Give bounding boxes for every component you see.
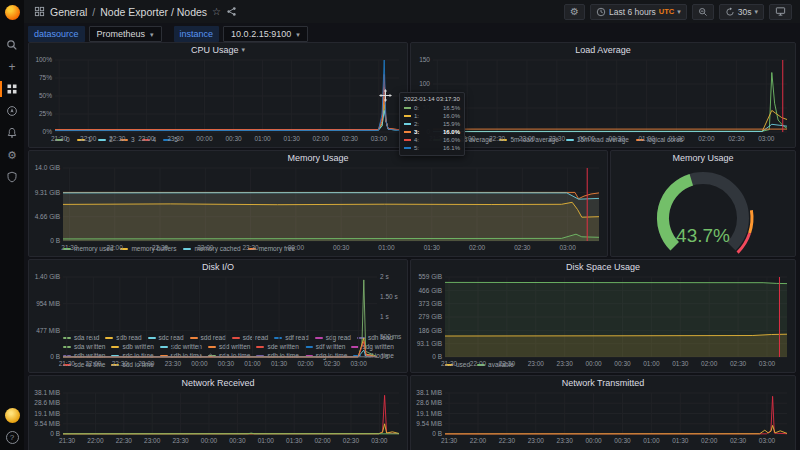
svg-text:00:00: 00:00 [288, 244, 305, 251]
time-range-label: Last 6 hours [609, 7, 656, 17]
panel-title-text: Load Average [575, 45, 630, 55]
svg-text:186 GiB: 186 GiB [419, 327, 443, 334]
svg-text:02:30: 02:30 [730, 437, 747, 444]
panel-title[interactable]: Disk Space Usage [411, 260, 795, 273]
svg-text:03:00: 03:00 [560, 244, 577, 251]
svg-text:1.50 s: 1.50 s [380, 293, 398, 300]
svg-text:23:30: 23:30 [557, 360, 574, 367]
svg-text:22:00: 22:00 [85, 360, 102, 367]
dashboards-icon[interactable] [0, 78, 24, 100]
panel-title[interactable]: Network Transmitted [411, 376, 795, 389]
panel-title[interactable]: CPU Usage ▾ [29, 43, 407, 56]
svg-text:01:30: 01:30 [668, 135, 685, 142]
panel-title[interactable]: Memory Usage [29, 151, 607, 164]
share-icon[interactable] [226, 6, 237, 17]
svg-text:466 GiB: 466 GiB [419, 287, 443, 294]
svg-text:01:00: 01:00 [643, 360, 660, 367]
disk-io-chart[interactable]: 1.40 GiB954 MiB477 MiB0 B2 s1.50 s1 s500… [29, 273, 407, 333]
svg-text:21:30: 21:30 [51, 135, 68, 142]
alerting-bell-icon[interactable] [0, 122, 24, 144]
panel-title-text: Network Transmitted [562, 378, 645, 388]
search-icon[interactable] [0, 34, 24, 56]
svg-text:02:30: 02:30 [324, 360, 341, 367]
svg-text:954 MiB: 954 MiB [36, 300, 60, 307]
svg-text:00:00: 00:00 [585, 437, 602, 444]
panel-title[interactable]: Network Received [29, 376, 407, 389]
caret-down-icon: ▾ [677, 8, 681, 15]
dashboard-settings-button[interactable]: ⚙ [564, 4, 585, 20]
time-range-picker[interactable]: Last 6 hours UTC ▾ [590, 4, 687, 20]
monitor-icon [775, 6, 786, 17]
svg-text:22:00: 22:00 [107, 244, 124, 251]
clock-icon [596, 7, 606, 17]
breadcrumb-folder[interactable]: General [50, 6, 87, 18]
panel-title-text: Network Received [181, 378, 254, 388]
favorite-star-icon[interactable]: ☆ [212, 6, 221, 17]
svg-text:02:00: 02:00 [297, 360, 314, 367]
configuration-gear-icon[interactable]: ⚙ [0, 144, 24, 166]
svg-text:25%: 25% [39, 110, 52, 117]
svg-text:373 GiB: 373 GiB [419, 300, 443, 307]
breadcrumb-dashboard-title[interactable]: Node Exporter / Nodes [100, 6, 207, 18]
svg-text:22:30: 22:30 [499, 437, 516, 444]
sidebar: + ⚙ ? [0, 0, 24, 450]
svg-text:50%: 50% [39, 92, 52, 99]
panel-title-text: Disk Space Usage [566, 262, 640, 272]
create-plus-icon[interactable]: + [0, 56, 24, 78]
user-avatar[interactable] [5, 408, 20, 423]
svg-text:03:00: 03:00 [350, 360, 367, 367]
panel-title[interactable]: Load Average [411, 43, 795, 56]
kiosk-mode-button[interactable] [769, 4, 792, 20]
memory-usage-chart[interactable]: 14.0 GiB9.31 GiB4.66 GiB0 B21:3022:0022:… [29, 164, 607, 244]
svg-text:22:30: 22:30 [499, 360, 516, 367]
svg-text:00:00: 00:00 [585, 360, 602, 367]
svg-text:23:30: 23:30 [242, 244, 259, 251]
help-icon[interactable]: ? [6, 431, 19, 444]
refresh-button[interactable]: 30s ▾ [719, 4, 764, 20]
datasource-select[interactable]: Prometheus ▾ [89, 26, 162, 42]
zoom-out-button[interactable] [692, 4, 714, 20]
svg-text:01:30: 01:30 [424, 244, 441, 251]
load-average-chart[interactable]: 15010050021:3022:0022:3023:0023:3000:000… [411, 56, 795, 135]
panel-title[interactable]: Memory Usage [611, 151, 795, 164]
svg-text:21:30: 21:30 [61, 244, 78, 251]
svg-text:01:30: 01:30 [672, 437, 689, 444]
svg-text:28.6 MiB: 28.6 MiB [34, 399, 60, 406]
svg-text:4.66 GiB: 4.66 GiB [35, 213, 60, 220]
graph-tooltip: 2022-01-14 03:17:30 0:16.5%1:16.0%2:15.9… [399, 92, 465, 156]
disk-space-usage-chart[interactable]: 559 GiB466 GiB373 GiB279 GiB186 GiB93.1 … [411, 273, 795, 360]
cpu-usage-chart[interactable]: 100%75%50%25%0%21:3022:0022:3023:0023:30… [29, 56, 407, 135]
svg-text:0 B: 0 B [50, 237, 60, 244]
svg-text:23:00: 23:00 [138, 360, 155, 367]
panel-disk-space-usage: Disk Space Usage 559 GiB466 GiB373 GiB27… [410, 259, 796, 373]
svg-text:01:00: 01:00 [254, 135, 271, 142]
network-received-chart[interactable]: 38.1 MiB28.6 MiB19.1 MiB9.54 MiB0 B21:30… [29, 389, 407, 445]
caret-down-icon: ▾ [754, 8, 758, 15]
panel-menu-caret-icon: ▾ [242, 46, 246, 53]
svg-text:1 s: 1 s [380, 313, 389, 320]
svg-text:22:30: 22:30 [112, 360, 129, 367]
svg-text:02:30: 02:30 [728, 135, 745, 142]
breadcrumb: General / Node Exporter / Nodes ☆ [34, 6, 237, 18]
svg-text:00:00: 00:00 [196, 135, 213, 142]
variable-label: datasource [28, 26, 85, 42]
server-admin-shield-icon[interactable] [0, 166, 24, 188]
network-transmitted-chart[interactable]: 38.1 MiB28.6 MiB19.1 MiB9.54 MiB0 B21:30… [411, 389, 795, 445]
svg-text:01:30: 01:30 [286, 437, 303, 444]
panel-title[interactable]: Disk I/O [29, 260, 407, 273]
svg-text:01:30: 01:30 [271, 360, 288, 367]
svg-text:23:30: 23:30 [165, 360, 182, 367]
instance-select[interactable]: 10.0.2.15:9100 ▾ [223, 26, 308, 42]
svg-text:00:00: 00:00 [579, 135, 596, 142]
svg-text:9.54 MiB: 9.54 MiB [416, 420, 442, 427]
panel-title-text: CPU Usage [191, 45, 239, 55]
memory-usage-gauge[interactable]: 43.7% [611, 164, 795, 256]
grafana-logo-icon[interactable] [5, 5, 20, 20]
svg-text:00:30: 00:30 [614, 437, 631, 444]
svg-text:21:30: 21:30 [59, 437, 76, 444]
tooltip-row: 3:16.0% [404, 128, 460, 136]
top-navigation-bar: General / Node Exporter / Nodes ☆ ⚙ Last… [24, 0, 800, 23]
tooltip-row: 2:15.9% [404, 120, 460, 128]
svg-text:1.40 GiB: 1.40 GiB [35, 273, 60, 280]
explore-compass-icon[interactable] [0, 100, 24, 122]
